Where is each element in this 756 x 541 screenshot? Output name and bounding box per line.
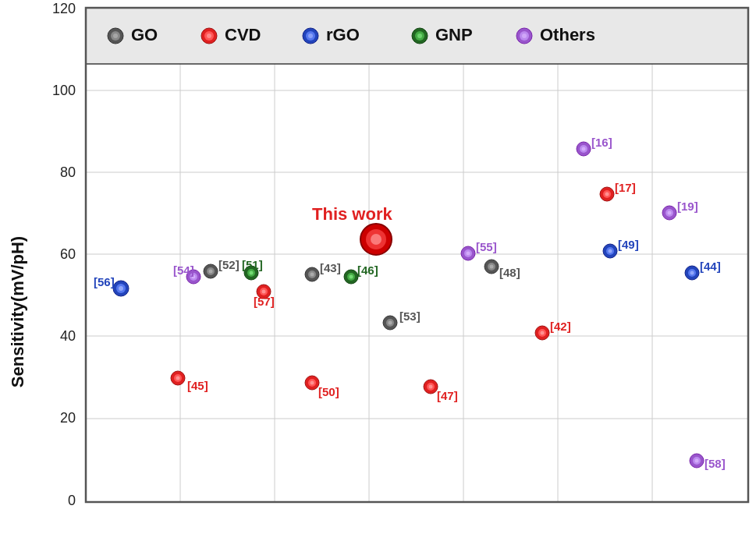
- y-label-60: 60: [60, 246, 76, 262]
- label-56: [56]: [94, 275, 115, 288]
- y-axis-title: Sensitivity(mV/pH): [8, 236, 27, 387]
- label-57: [57]: [254, 295, 275, 308]
- svg-point-53: [371, 234, 382, 245]
- label-55: [55]: [476, 240, 497, 253]
- svg-point-35: [209, 270, 213, 274]
- label-47: [47]: [437, 389, 458, 402]
- label-46: [46]: [357, 263, 378, 277]
- y-label-20: 20: [60, 410, 76, 426]
- svg-point-49: [389, 321, 392, 325]
- legend-rgo: rGO: [326, 25, 360, 44]
- svg-point-63: [605, 193, 609, 196]
- svg-point-25: [417, 34, 422, 38]
- y-label-100: 100: [52, 83, 76, 98]
- svg-point-39: [262, 290, 266, 294]
- label-53: [53]: [399, 309, 421, 323]
- svg-point-28: [522, 34, 527, 38]
- y-label-40: 40: [60, 328, 76, 344]
- y-label-0: 0: [68, 493, 76, 508]
- legend-cvd: CVD: [225, 25, 261, 44]
- svg-point-19: [207, 34, 211, 38]
- svg-point-55: [467, 252, 470, 256]
- svg-point-41: [250, 271, 254, 275]
- legend-gnp: GNP: [435, 25, 473, 44]
- svg-point-45: [350, 275, 353, 279]
- svg-point-51: [429, 385, 433, 389]
- svg-point-37: [176, 377, 180, 380]
- label-this-work: This work: [312, 204, 392, 224]
- legend-go: GO: [131, 25, 158, 44]
- label-16: [16]: [591, 136, 612, 149]
- svg-point-69: [690, 271, 694, 275]
- label-51: [51]: [242, 258, 263, 271]
- svg-point-16: [113, 34, 118, 38]
- svg-point-59: [541, 331, 545, 335]
- svg-rect-1: [86, 8, 748, 502]
- label-49: [49]: [618, 238, 639, 251]
- label-17: [17]: [615, 181, 636, 194]
- label-43: [43]: [320, 261, 341, 274]
- label-54: [54]: [173, 263, 194, 277]
- label-50: [50]: [318, 385, 339, 398]
- svg-point-22: [308, 34, 313, 38]
- svg-point-43: [311, 273, 314, 277]
- label-52: [52]: [218, 258, 240, 271]
- label-44: [44]: [700, 260, 721, 273]
- chart-container: 0 20 40 60 80 100 120 Sensitivity(mV/pH)…: [0, 0, 756, 541]
- svg-point-31: [119, 286, 123, 291]
- y-label-120: 120: [52, 1, 76, 16]
- label-19: [19]: [677, 200, 698, 213]
- svg-point-65: [609, 249, 612, 253]
- legend-others: Others: [540, 25, 595, 44]
- label-48: [48]: [499, 266, 520, 279]
- y-label-80: 80: [60, 164, 76, 180]
- label-42: [42]: [550, 320, 571, 333]
- svg-point-67: [668, 211, 672, 215]
- svg-point-47: [311, 381, 314, 385]
- svg-point-71: [695, 459, 699, 463]
- svg-point-57: [490, 265, 494, 269]
- svg-point-61: [582, 147, 586, 151]
- label-45: [45]: [187, 379, 208, 392]
- label-58: [58]: [705, 457, 726, 470]
